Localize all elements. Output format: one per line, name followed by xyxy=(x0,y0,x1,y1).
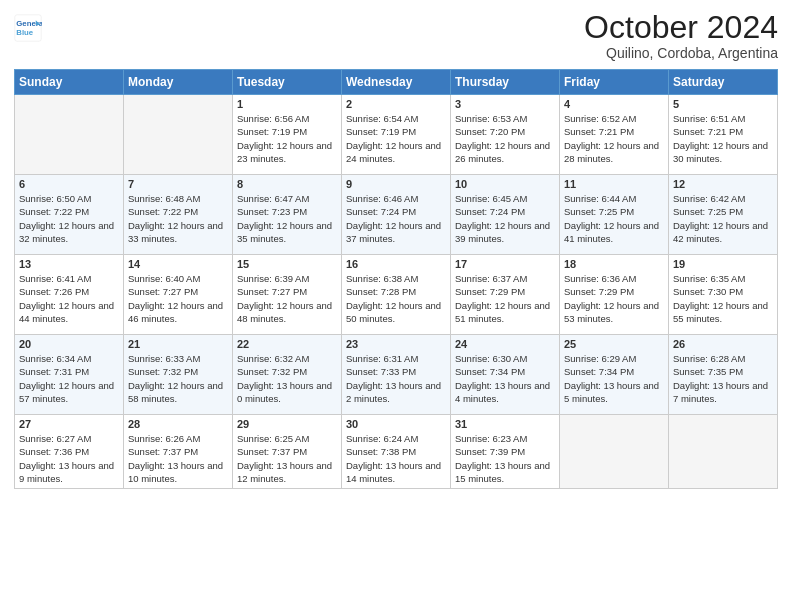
day-number: 10 xyxy=(455,178,555,190)
weekday-header: Saturday xyxy=(669,70,778,95)
calendar-cell xyxy=(669,415,778,489)
day-info: Sunrise: 6:45 AM Sunset: 7:24 PM Dayligh… xyxy=(455,192,555,245)
day-number: 20 xyxy=(19,338,119,350)
day-number: 7 xyxy=(128,178,228,190)
calendar-cell: 9Sunrise: 6:46 AM Sunset: 7:24 PM Daylig… xyxy=(342,175,451,255)
calendar-cell: 21Sunrise: 6:33 AM Sunset: 7:32 PM Dayli… xyxy=(124,335,233,415)
page: General Blue October 2024 Quilino, Cordo… xyxy=(0,0,792,612)
weekday-header: Wednesday xyxy=(342,70,451,95)
calendar-cell: 29Sunrise: 6:25 AM Sunset: 7:37 PM Dayli… xyxy=(233,415,342,489)
calendar-cell: 14Sunrise: 6:40 AM Sunset: 7:27 PM Dayli… xyxy=(124,255,233,335)
calendar-cell: 3Sunrise: 6:53 AM Sunset: 7:20 PM Daylig… xyxy=(451,95,560,175)
weekday-header: Monday xyxy=(124,70,233,95)
day-number: 18 xyxy=(564,258,664,270)
day-info: Sunrise: 6:37 AM Sunset: 7:29 PM Dayligh… xyxy=(455,272,555,325)
day-number: 15 xyxy=(237,258,337,270)
day-number: 8 xyxy=(237,178,337,190)
day-number: 26 xyxy=(673,338,773,350)
day-number: 23 xyxy=(346,338,446,350)
day-info: Sunrise: 6:54 AM Sunset: 7:19 PM Dayligh… xyxy=(346,112,446,165)
day-info: Sunrise: 6:41 AM Sunset: 7:26 PM Dayligh… xyxy=(19,272,119,325)
calendar-cell: 17Sunrise: 6:37 AM Sunset: 7:29 PM Dayli… xyxy=(451,255,560,335)
day-info: Sunrise: 6:30 AM Sunset: 7:34 PM Dayligh… xyxy=(455,352,555,405)
calendar-cell: 16Sunrise: 6:38 AM Sunset: 7:28 PM Dayli… xyxy=(342,255,451,335)
day-number: 2 xyxy=(346,98,446,110)
svg-text:Blue: Blue xyxy=(16,28,34,37)
day-number: 30 xyxy=(346,418,446,430)
calendar-cell: 25Sunrise: 6:29 AM Sunset: 7:34 PM Dayli… xyxy=(560,335,669,415)
calendar-cell: 1Sunrise: 6:56 AM Sunset: 7:19 PM Daylig… xyxy=(233,95,342,175)
day-number: 14 xyxy=(128,258,228,270)
calendar-cell: 11Sunrise: 6:44 AM Sunset: 7:25 PM Dayli… xyxy=(560,175,669,255)
day-number: 25 xyxy=(564,338,664,350)
subtitle: Quilino, Cordoba, Argentina xyxy=(584,45,778,61)
weekday-header: Tuesday xyxy=(233,70,342,95)
day-info: Sunrise: 6:25 AM Sunset: 7:37 PM Dayligh… xyxy=(237,432,337,485)
day-info: Sunrise: 6:27 AM Sunset: 7:36 PM Dayligh… xyxy=(19,432,119,485)
day-info: Sunrise: 6:26 AM Sunset: 7:37 PM Dayligh… xyxy=(128,432,228,485)
calendar-table: SundayMondayTuesdayWednesdayThursdayFrid… xyxy=(14,69,778,489)
day-info: Sunrise: 6:32 AM Sunset: 7:32 PM Dayligh… xyxy=(237,352,337,405)
calendar-cell: 13Sunrise: 6:41 AM Sunset: 7:26 PM Dayli… xyxy=(15,255,124,335)
day-number: 5 xyxy=(673,98,773,110)
day-info: Sunrise: 6:51 AM Sunset: 7:21 PM Dayligh… xyxy=(673,112,773,165)
day-info: Sunrise: 6:35 AM Sunset: 7:30 PM Dayligh… xyxy=(673,272,773,325)
logo: General Blue xyxy=(14,14,42,42)
day-info: Sunrise: 6:24 AM Sunset: 7:38 PM Dayligh… xyxy=(346,432,446,485)
title-block: October 2024 Quilino, Cordoba, Argentina xyxy=(584,10,778,61)
weekday-header: Friday xyxy=(560,70,669,95)
day-info: Sunrise: 6:42 AM Sunset: 7:25 PM Dayligh… xyxy=(673,192,773,245)
calendar-cell: 7Sunrise: 6:48 AM Sunset: 7:22 PM Daylig… xyxy=(124,175,233,255)
day-info: Sunrise: 6:31 AM Sunset: 7:33 PM Dayligh… xyxy=(346,352,446,405)
day-info: Sunrise: 6:39 AM Sunset: 7:27 PM Dayligh… xyxy=(237,272,337,325)
calendar-cell xyxy=(124,95,233,175)
day-info: Sunrise: 6:34 AM Sunset: 7:31 PM Dayligh… xyxy=(19,352,119,405)
day-info: Sunrise: 6:52 AM Sunset: 7:21 PM Dayligh… xyxy=(564,112,664,165)
calendar-cell xyxy=(15,95,124,175)
calendar-cell xyxy=(560,415,669,489)
page-title: October 2024 xyxy=(584,10,778,45)
day-number: 13 xyxy=(19,258,119,270)
day-info: Sunrise: 6:47 AM Sunset: 7:23 PM Dayligh… xyxy=(237,192,337,245)
day-number: 12 xyxy=(673,178,773,190)
day-info: Sunrise: 6:40 AM Sunset: 7:27 PM Dayligh… xyxy=(128,272,228,325)
day-number: 9 xyxy=(346,178,446,190)
calendar-cell: 19Sunrise: 6:35 AM Sunset: 7:30 PM Dayli… xyxy=(669,255,778,335)
day-info: Sunrise: 6:29 AM Sunset: 7:34 PM Dayligh… xyxy=(564,352,664,405)
calendar-week-row: 27Sunrise: 6:27 AM Sunset: 7:36 PM Dayli… xyxy=(15,415,778,489)
day-number: 4 xyxy=(564,98,664,110)
calendar-week-row: 13Sunrise: 6:41 AM Sunset: 7:26 PM Dayli… xyxy=(15,255,778,335)
calendar-cell: 31Sunrise: 6:23 AM Sunset: 7:39 PM Dayli… xyxy=(451,415,560,489)
calendar-week-row: 6Sunrise: 6:50 AM Sunset: 7:22 PM Daylig… xyxy=(15,175,778,255)
day-number: 19 xyxy=(673,258,773,270)
day-number: 29 xyxy=(237,418,337,430)
calendar-cell: 20Sunrise: 6:34 AM Sunset: 7:31 PM Dayli… xyxy=(15,335,124,415)
weekday-header: Thursday xyxy=(451,70,560,95)
calendar-cell: 6Sunrise: 6:50 AM Sunset: 7:22 PM Daylig… xyxy=(15,175,124,255)
calendar-cell: 18Sunrise: 6:36 AM Sunset: 7:29 PM Dayli… xyxy=(560,255,669,335)
calendar-cell: 24Sunrise: 6:30 AM Sunset: 7:34 PM Dayli… xyxy=(451,335,560,415)
day-info: Sunrise: 6:46 AM Sunset: 7:24 PM Dayligh… xyxy=(346,192,446,245)
day-number: 6 xyxy=(19,178,119,190)
calendar-cell: 26Sunrise: 6:28 AM Sunset: 7:35 PM Dayli… xyxy=(669,335,778,415)
calendar-cell: 2Sunrise: 6:54 AM Sunset: 7:19 PM Daylig… xyxy=(342,95,451,175)
calendar-cell: 15Sunrise: 6:39 AM Sunset: 7:27 PM Dayli… xyxy=(233,255,342,335)
calendar-cell: 28Sunrise: 6:26 AM Sunset: 7:37 PM Dayli… xyxy=(124,415,233,489)
calendar-header-row: SundayMondayTuesdayWednesdayThursdayFrid… xyxy=(15,70,778,95)
day-number: 21 xyxy=(128,338,228,350)
day-number: 31 xyxy=(455,418,555,430)
calendar-cell: 10Sunrise: 6:45 AM Sunset: 7:24 PM Dayli… xyxy=(451,175,560,255)
day-number: 1 xyxy=(237,98,337,110)
day-number: 22 xyxy=(237,338,337,350)
calendar-cell: 27Sunrise: 6:27 AM Sunset: 7:36 PM Dayli… xyxy=(15,415,124,489)
day-info: Sunrise: 6:33 AM Sunset: 7:32 PM Dayligh… xyxy=(128,352,228,405)
day-info: Sunrise: 6:53 AM Sunset: 7:20 PM Dayligh… xyxy=(455,112,555,165)
day-info: Sunrise: 6:36 AM Sunset: 7:29 PM Dayligh… xyxy=(564,272,664,325)
calendar-cell: 30Sunrise: 6:24 AM Sunset: 7:38 PM Dayli… xyxy=(342,415,451,489)
day-info: Sunrise: 6:23 AM Sunset: 7:39 PM Dayligh… xyxy=(455,432,555,485)
day-number: 11 xyxy=(564,178,664,190)
calendar-cell: 12Sunrise: 6:42 AM Sunset: 7:25 PM Dayli… xyxy=(669,175,778,255)
day-info: Sunrise: 6:50 AM Sunset: 7:22 PM Dayligh… xyxy=(19,192,119,245)
calendar-week-row: 1Sunrise: 6:56 AM Sunset: 7:19 PM Daylig… xyxy=(15,95,778,175)
day-info: Sunrise: 6:38 AM Sunset: 7:28 PM Dayligh… xyxy=(346,272,446,325)
